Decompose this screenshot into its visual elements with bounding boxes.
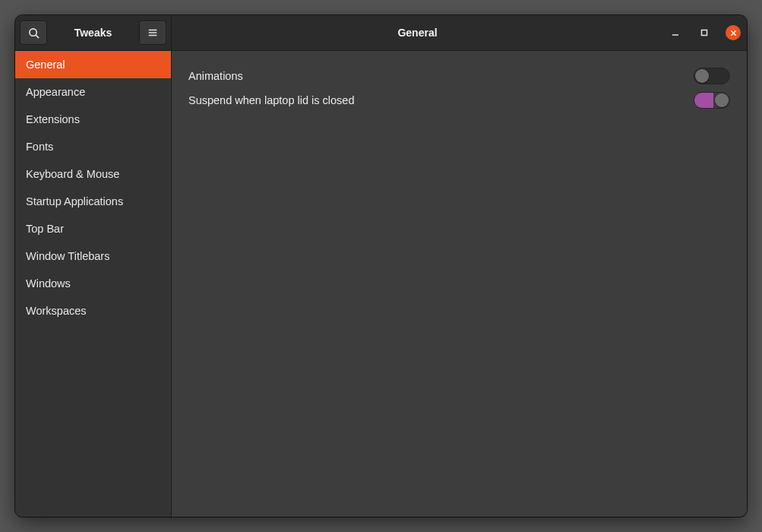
svg-rect-6 — [702, 30, 707, 36]
sidebar-item-window-titlebars[interactable]: Window Titlebars — [15, 242, 171, 270]
sidebar-item-fonts[interactable]: Fonts — [15, 133, 171, 160]
sidebar-item-label: Startup Applications — [26, 195, 123, 207]
search-button[interactable] — [20, 21, 47, 45]
window-body: GeneralAppearanceExtensionsFontsKeyboard… — [15, 51, 747, 517]
sidebar-item-label: General — [26, 59, 65, 71]
sidebar-item-label: Appearance — [26, 86, 85, 98]
sidebar-item-label: Windows — [26, 277, 71, 290]
window-controls — [668, 15, 741, 50]
sidebar-item-label: Window Titlebars — [26, 250, 109, 262]
setting-label: Suspend when laptop lid is closed — [188, 94, 354, 106]
sidebar-item-label: Fonts — [26, 141, 53, 153]
setting-row: Suspend when laptop lid is closed — [188, 89, 730, 112]
sidebar-item-label: Extensions — [26, 113, 80, 125]
sidebar-item-label: Top Bar — [26, 223, 64, 235]
toggle-switch[interactable] — [694, 68, 730, 84]
sidebar-item-label: Workspaces — [26, 305, 87, 317]
sidebar-item-general[interactable]: General — [15, 51, 171, 78]
toggle-knob — [695, 69, 709, 83]
close-icon — [730, 30, 737, 36]
svg-point-0 — [29, 28, 36, 35]
maximize-button[interactable] — [697, 25, 712, 40]
hamburger-icon — [147, 27, 158, 38]
headerbar-left: Tweaks — [15, 15, 172, 50]
toggle-knob — [715, 93, 729, 107]
app-window: Tweaks General — [15, 15, 747, 517]
close-button[interactable] — [726, 25, 741, 40]
content-area: AnimationsSuspend when laptop lid is clo… — [172, 51, 747, 517]
sidebar-item-top-bar[interactable]: Top Bar — [15, 215, 171, 242]
sidebar-item-label: Keyboard & Mouse — [26, 168, 119, 180]
headerbar-right: General — [172, 15, 747, 50]
minimize-button[interactable] — [668, 25, 683, 40]
sidebar: GeneralAppearanceExtensionsFontsKeyboard… — [15, 51, 172, 517]
sidebar-item-startup-applications[interactable]: Startup Applications — [15, 188, 171, 215]
sidebar-item-appearance[interactable]: Appearance — [15, 78, 171, 106]
app-title: Tweaks — [47, 27, 139, 39]
maximize-icon — [700, 29, 708, 36]
sidebar-item-windows[interactable]: Windows — [15, 270, 171, 297]
setting-label: Animations — [188, 70, 243, 82]
setting-row: Animations — [188, 65, 730, 87]
minimize-icon — [672, 29, 679, 36]
toggle-switch[interactable] — [694, 92, 730, 109]
search-icon — [28, 27, 40, 39]
menu-button[interactable] — [139, 21, 166, 45]
sidebar-item-keyboard-mouse[interactable]: Keyboard & Mouse — [15, 160, 171, 188]
sidebar-item-extensions[interactable]: Extensions — [15, 106, 171, 133]
page-title: General — [172, 27, 663, 39]
sidebar-item-workspaces[interactable]: Workspaces — [15, 297, 171, 325]
svg-line-1 — [36, 35, 39, 38]
headerbar: Tweaks General — [15, 15, 747, 51]
